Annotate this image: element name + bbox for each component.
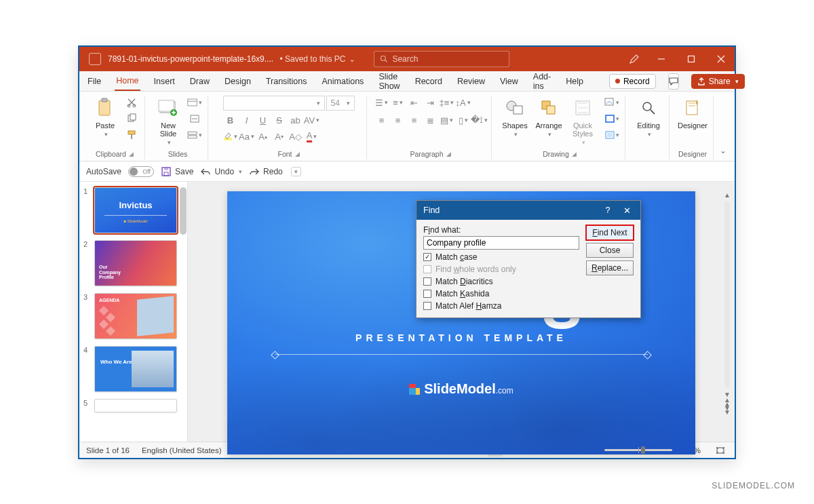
help-button[interactable]: ?	[598, 206, 617, 215]
close-icon[interactable]: ✕	[617, 206, 636, 216]
next-slide-button[interactable]: ▼▼	[724, 406, 731, 414]
font-size-select[interactable]: 54▾	[326, 96, 355, 111]
zoom-slider[interactable]	[604, 449, 672, 451]
tab-design[interactable]: Design	[223, 73, 252, 90]
minimize-button[interactable]	[648, 47, 675, 71]
thumbnail-5[interactable]: 5	[83, 399, 183, 412]
tab-animations[interactable]: Animations	[321, 73, 366, 90]
shapes-button[interactable]: Shapes▾	[500, 96, 530, 138]
chevron-down-icon[interactable]: ⌄	[349, 56, 355, 63]
svg-rect-21	[188, 136, 197, 138]
char-spacing-button[interactable]: AV▾	[305, 113, 319, 127]
text-direction-button[interactable]: ↕A▾	[456, 96, 471, 109]
align-right-button[interactable]: ≡	[407, 113, 422, 127]
thumbnail-3[interactable]: 3 AGENDA	[83, 293, 183, 339]
cut-button[interactable]	[124, 96, 139, 109]
font-family-select[interactable]: ▾	[223, 96, 325, 111]
paste-button[interactable]: Paste▾	[90, 96, 120, 138]
tab-view[interactable]: View	[499, 73, 520, 90]
bullets-button[interactable]: ☰▾	[374, 96, 389, 109]
change-case-button[interactable]: Aa▾	[239, 130, 254, 143]
slide-counter[interactable]: Slide 1 of 16	[86, 446, 130, 454]
copy-button[interactable]	[124, 112, 139, 125]
redo-button[interactable]: Redo	[249, 167, 283, 176]
layout-button[interactable]: ▾	[187, 96, 202, 109]
shape-fill-button[interactable]: ▾	[604, 96, 619, 109]
indent-left-button[interactable]: ⇤	[407, 96, 422, 109]
svg-rect-36	[164, 168, 168, 170]
match-diacritics-checkbox[interactable]: Match Diacritics	[423, 277, 579, 286]
italic-button[interactable]: I	[239, 113, 254, 127]
pencil-icon[interactable]	[623, 47, 645, 71]
columns-button[interactable]: ▤▾	[440, 113, 454, 127]
record-button[interactable]: Record	[609, 74, 656, 89]
shrink-font-button[interactable]: A▾	[272, 130, 287, 143]
align-center-button[interactable]: ≡	[391, 113, 406, 127]
section-button[interactable]: ▾	[187, 128, 202, 142]
autosave-toggle[interactable]: Off	[128, 166, 154, 177]
match-kashida-checkbox[interactable]: Match Kashida	[423, 289, 579, 298]
thumbnail-1[interactable]: 1 Invictus■ SlideModel	[83, 187, 183, 233]
close-button-dialog[interactable]: Close	[586, 243, 634, 258]
align-text-button[interactable]: ▯▾	[456, 113, 471, 127]
tab-file[interactable]: File	[86, 73, 102, 90]
thumbnail-scrollbar[interactable]	[180, 187, 187, 235]
designer-button[interactable]: Designer	[678, 96, 708, 130]
reset-button[interactable]	[187, 112, 202, 125]
line-spacing-button[interactable]: ‡≡▾	[440, 96, 454, 109]
find-what-input[interactable]	[423, 236, 579, 250]
thumbnail-2[interactable]: 2 Our Company Profile	[83, 240, 183, 286]
quick-styles-button[interactable]: Quick Styles▾	[568, 96, 598, 146]
language-status[interactable]: English (United States)	[142, 446, 222, 454]
tab-help[interactable]: Help	[564, 73, 585, 90]
find-next-button[interactable]: Find Next	[586, 225, 634, 240]
strike-button[interactable]: S	[272, 113, 287, 127]
underline-button[interactable]: U	[256, 113, 271, 127]
tab-addins[interactable]: Add-ins	[532, 68, 552, 95]
save-button[interactable]: Save	[161, 166, 193, 177]
tab-draw[interactable]: Draw	[189, 73, 211, 90]
fit-window-button[interactable]	[713, 444, 728, 457]
find-dialog-titlebar[interactable]: Find ? ✕	[416, 201, 640, 220]
undo-button[interactable]: Undo▾	[200, 167, 242, 176]
share-button[interactable]: Share▾	[691, 74, 745, 89]
shape-effects-button[interactable]: ▾	[604, 128, 619, 142]
match-case-checkbox[interactable]: ✓Match case	[423, 252, 579, 262]
smartart-button[interactable]: �⟟▾	[472, 113, 487, 127]
justify-button[interactable]: ≣	[423, 113, 438, 127]
undo-icon	[200, 167, 211, 176]
search-input[interactable]: Search	[374, 51, 509, 67]
tab-review[interactable]: Review	[456, 73, 486, 90]
tab-record[interactable]: Record	[414, 73, 444, 90]
clear-format-button[interactable]: A◇	[288, 130, 303, 143]
scroll-up-icon[interactable]: ▲	[724, 191, 731, 199]
maximize-button[interactable]	[678, 47, 705, 71]
indent-right-button[interactable]: ⇥	[423, 96, 438, 109]
shape-outline-button[interactable]: ▾	[604, 112, 619, 125]
tab-insert[interactable]: Insert	[153, 73, 176, 90]
thumbnail-4[interactable]: 4 Who We Are?	[83, 346, 183, 392]
grow-font-button[interactable]: A▴	[256, 130, 271, 143]
close-button[interactable]	[708, 47, 735, 71]
font-color-button[interactable]: A▾	[305, 130, 319, 143]
group-drawing: Shapes▾ Arrange▾ Quick Styles▾ ▾ ▾ ▾ Dra…	[495, 96, 625, 159]
qat-overflow-button[interactable]: ▾	[291, 167, 301, 176]
comments-button[interactable]	[668, 73, 679, 90]
new-slide-button[interactable]: New Slide▾	[153, 96, 183, 146]
match-alef-hamza-checkbox[interactable]: Match Alef Hamza	[423, 301, 579, 311]
arrange-button[interactable]: Arrange▾	[534, 96, 564, 138]
tab-slideshow[interactable]: Slide Show	[377, 68, 401, 95]
tab-transitions[interactable]: Transitions	[265, 73, 309, 90]
vertical-scrollbar[interactable]: ▲ ▼ ▲▲ ▼▼	[722, 191, 732, 414]
align-left-button[interactable]: ≡	[374, 113, 389, 127]
bold-button[interactable]: B	[223, 113, 238, 127]
editing-button[interactable]: Editing▾	[634, 96, 663, 138]
replace-button[interactable]: Replace...	[586, 260, 634, 275]
numbering-button[interactable]: ≡▾	[391, 96, 406, 109]
collapse-ribbon-button[interactable]: ⌄	[716, 146, 729, 159]
shadow-button[interactable]: ab	[288, 113, 303, 127]
format-painter-button[interactable]	[124, 128, 139, 142]
slide-subtitle: PRESENTATION TEMPLATE	[227, 332, 695, 343]
tab-home[interactable]: Home	[115, 72, 140, 91]
highlight-button[interactable]: ▾	[223, 130, 238, 143]
